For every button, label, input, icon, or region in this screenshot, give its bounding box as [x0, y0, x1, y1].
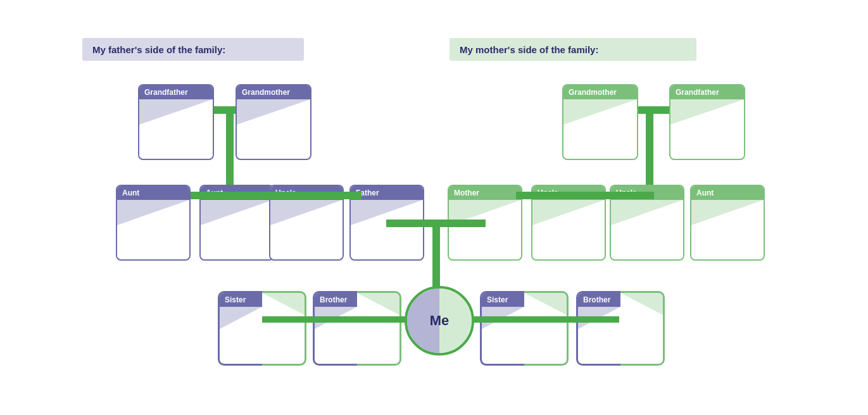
sister1-label: Sister — [225, 295, 246, 304]
family-tree-page: My father's side of the family: My mothe… — [0, 0, 868, 415]
brother2-container: Brother — [576, 291, 665, 366]
father-side-label: My father's side of the family: — [92, 44, 225, 55]
mother-side-label: My mother's side of the family: — [460, 44, 598, 55]
grandmother-paternal-label: Grandmother — [237, 85, 310, 99]
grandmother-maternal-label: Grandmother — [563, 85, 637, 99]
me-circle: Me — [405, 286, 474, 356]
brother1-label: Brother — [320, 295, 347, 304]
aunt1-card: Aunt — [116, 185, 191, 261]
sister2-label: Sister — [487, 295, 508, 304]
me-label: Me — [430, 313, 450, 329]
me-to-left-siblings-h — [262, 316, 413, 323]
paternal-aunt2-v — [237, 192, 244, 199]
grandfather-paternal-card: Grandfather — [138, 84, 214, 160]
me-to-right-siblings-h — [474, 316, 619, 323]
grandmother-paternal-card: Grandmother — [236, 84, 311, 160]
aunt1-label: Aunt — [117, 186, 189, 200]
paternal-aunt1-v — [191, 192, 198, 199]
sister2-container: Sister — [480, 291, 569, 366]
paternal-uncle1-v — [306, 192, 314, 199]
mother-side-banner: My mother's side of the family: — [450, 38, 696, 61]
grandmother-maternal-card: Grandmother — [562, 84, 638, 160]
aunt3-card: Aunt — [690, 185, 765, 261]
father-side-banner: My father's side of the family: — [82, 38, 304, 61]
grandfather-maternal-card: Grandfather — [669, 84, 745, 160]
grandfather-paternal-label: Grandfather — [139, 85, 213, 99]
paternal-grandparent-connector-v — [226, 106, 234, 192]
brother2-label: Brother — [583, 295, 610, 304]
maternal-to-mother-h — [516, 192, 654, 199]
aunt3-label: Aunt — [691, 186, 764, 200]
grandfather-maternal-label: Grandfather — [670, 85, 744, 99]
brother1-container: Brother — [313, 291, 401, 366]
maternal-grandparent-connector-h — [638, 106, 669, 114]
paternal-to-father-h — [191, 192, 362, 199]
father-label: Father — [351, 186, 423, 200]
mother-label: Mother — [449, 186, 521, 200]
maternal-grandparent-connector-v — [646, 106, 653, 192]
sister1-container: Sister — [218, 291, 306, 366]
